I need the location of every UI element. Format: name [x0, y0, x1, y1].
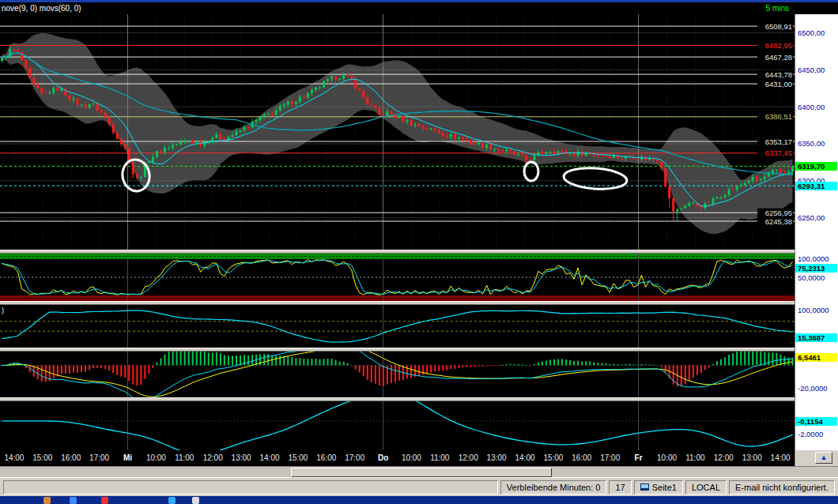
- time-label: 13:00: [232, 453, 251, 462]
- level-label: 6337,45: [765, 149, 792, 157]
- time-label: 12:00: [459, 453, 478, 462]
- chart-header: nove(9, 0) movs(60, 0) 5 mins: [0, 2, 838, 14]
- timeframe-label: 5 mins: [766, 2, 789, 14]
- time-label: 15:00: [543, 453, 563, 462]
- level-label: 6386,51: [765, 112, 792, 121]
- price-axis-label: 6250,00: [795, 213, 838, 222]
- time-label: 16:00: [61, 453, 81, 462]
- stoch-d-line: [2, 260, 793, 295]
- indicator-scale-label: 100,0000: [795, 254, 838, 263]
- remaining-minutes-field: Verbleibende Minuten: 0: [500, 480, 607, 495]
- price-axis-label: 6350,00: [795, 139, 838, 148]
- time-label: 11:00: [685, 453, 704, 462]
- time-label: 17:00: [89, 453, 109, 462]
- price-axis-label: 6400,00: [795, 103, 838, 111]
- taskbar-icon[interactable]: [192, 497, 199, 504]
- level-label: 6245,38: [765, 217, 792, 226]
- indicator-scale-label: 100,0000: [795, 306, 838, 314]
- status-bar: Verbleibende Minuten: 0 17 Seite1 LOCAL …: [0, 477, 838, 496]
- time-label: 11:00: [175, 453, 194, 462]
- level-label: 6431,00: [765, 80, 792, 88]
- chart-mode-button[interactable]: ▲: [815, 452, 832, 464]
- price-axis-label: 6500,00: [795, 28, 838, 37]
- time-label: 12:00: [203, 453, 223, 462]
- chart-arrow-icon: ▲: [821, 453, 828, 461]
- time-label: 10:00: [402, 453, 421, 462]
- taskbar-icon[interactable]: [43, 497, 51, 504]
- price-axis-label: 6450,00: [795, 66, 838, 74]
- taskbar-icon[interactable]: [70, 497, 77, 504]
- level-label: 6353,17: [765, 137, 792, 146]
- indicator-value-badge: 75,2313: [795, 264, 837, 273]
- horizontal-scrollbar[interactable]: [0, 466, 838, 477]
- page-name-field: Seite1: [634, 480, 683, 495]
- time-label: 14:00: [259, 453, 279, 462]
- panel-1[interactable]: [0, 254, 795, 301]
- stoch-k-line: [2, 260, 793, 295]
- indicator-scale-label: -2,0000: [795, 430, 838, 438]
- indicator-scale-label: -20,0000: [795, 384, 838, 393]
- taskbar-icon[interactable]: [168, 497, 176, 504]
- time-label: 11:00: [430, 453, 449, 462]
- time-label: 15:00: [32, 453, 52, 462]
- time-label: 14:00: [515, 453, 534, 462]
- indicator-settings-label: nove(9, 0) movs(60, 0): [2, 2, 81, 14]
- time-axis: 14:0015:0016:0017:00Mi10:0011:0012:0013:…: [0, 450, 795, 466]
- secondary-price-badge: 6293,31: [795, 182, 837, 190]
- time-label: 13:00: [742, 453, 762, 462]
- page-name-text: Seite1: [652, 483, 677, 492]
- time-label: 10:00: [146, 453, 166, 462]
- time-label: 16:00: [572, 453, 591, 462]
- level-label: 6467,28: [765, 53, 792, 62]
- momentum-line: [2, 401, 793, 450]
- main-chart[interactable]: 6508,916482,956467,286443,786431,006386,…: [0, 14, 795, 250]
- taskbar[interactable]: [0, 496, 838, 504]
- taskbar-icon[interactable]: [101, 497, 108, 504]
- time-label: 17:00: [345, 453, 364, 462]
- level-label: 6443,78: [765, 70, 792, 79]
- connection-field: LOCAL: [685, 480, 727, 495]
- panel-4[interactable]: [0, 401, 795, 450]
- email-status-text: E-mail nicht konfiguriert.: [735, 483, 829, 492]
- time-label: 17:00: [600, 453, 620, 462]
- indicator-scale-label: 50,0000: [795, 273, 838, 282]
- page-number-field: 17: [609, 480, 631, 495]
- right-axis[interactable]: 6500,006450,006400,006350,006300,006250,…: [795, 14, 838, 450]
- level-label: 6508,91: [765, 22, 792, 31]
- day-label: Do: [378, 453, 388, 462]
- day-label: Mi: [123, 453, 132, 462]
- time-label: 14:00: [4, 453, 24, 462]
- panel-3[interactable]: [0, 352, 795, 397]
- annotation-ellipse: [524, 162, 538, 181]
- panel-left-label: ): [2, 307, 4, 314]
- email-status-field: E-mail nicht konfiguriert.: [729, 480, 835, 495]
- annotation-ellipse: [563, 166, 628, 191]
- indicator-value-badge: 15,3687: [795, 333, 837, 342]
- level-label: 6256,95: [765, 209, 792, 217]
- time-label: 16:00: [316, 453, 336, 462]
- oscillator-line: [2, 310, 793, 342]
- axis-corner: ▲: [795, 450, 838, 466]
- time-label: 14:00: [771, 453, 791, 462]
- trading-app-window: nove(9, 0) movs(60, 0) 5 mins 6508,91648…: [0, 0, 838, 504]
- time-label: 12:00: [714, 453, 734, 462]
- level-label: 6482,95: [765, 41, 792, 50]
- scrollbar-thumb[interactable]: [291, 468, 552, 477]
- panel-2[interactable]: ): [0, 305, 795, 348]
- day-label: Fr: [635, 453, 643, 462]
- remaining-minutes-text: Verbleibende Minuten: 0: [507, 483, 601, 492]
- time-label: 10:00: [657, 453, 677, 462]
- status-message-field: [3, 480, 498, 495]
- indicator-value-badge: -0,1154: [795, 417, 837, 426]
- indicator-value-badge: 6,5461: [795, 353, 837, 362]
- current-price-badge: 6319,70: [795, 162, 837, 171]
- monitor-icon: [640, 483, 649, 491]
- page-number-text: 17: [615, 483, 625, 492]
- connection-text: LOCAL: [692, 483, 720, 492]
- time-label: 15:00: [288, 453, 308, 462]
- time-label: 13:00: [487, 453, 507, 462]
